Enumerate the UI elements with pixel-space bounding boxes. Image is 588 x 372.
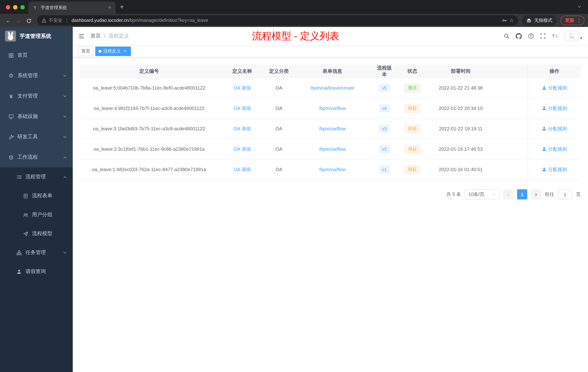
address-bar[interactable]: 不安全 | dashboard.yudao.iocoder.cn/bpm/man…	[37, 15, 518, 25]
deploy-time: 2022-01-16 01:40:51	[429, 159, 492, 179]
update-button[interactable]: 更新 ⋮	[560, 16, 584, 25]
sidebar-item-payment-manage[interactable]: ¥ 支付管理	[0, 86, 73, 106]
assign-rule-link[interactable]: 分配规则	[542, 166, 567, 173]
browser-tab[interactable]: 芋道管理系统 ×	[28, 1, 116, 14]
prev-page-button[interactable]: ‹	[503, 189, 514, 199]
tab-search-icon[interactable]	[574, 4, 585, 14]
form-link[interactable]: /bpm/oa/flow	[319, 126, 346, 131]
new-tab-button[interactable]: +	[116, 3, 128, 14]
maximize-window-button[interactable]	[20, 5, 25, 10]
hamburger-icon[interactable]	[79, 33, 85, 39]
assign-rule-link[interactable]: 分配规则	[542, 125, 567, 132]
font-size-icon[interactable]: TT	[552, 33, 559, 39]
sidebar-item-system-manage[interactable]: ⚙ 系统管理	[0, 66, 73, 86]
column-header: 操作	[528, 65, 581, 77]
version-tag: v4	[379, 104, 389, 112]
sidebar-item-user-group[interactable]: 用户分组	[0, 205, 73, 224]
browser-menu-icon[interactable]: ⋮	[577, 18, 581, 23]
close-tag-icon[interactable]: ×	[123, 49, 128, 54]
gear-icon: ⚙	[8, 73, 14, 79]
url-separator: |	[66, 18, 68, 23]
close-window-button[interactable]	[6, 5, 10, 10]
chevron-up-icon	[63, 155, 67, 159]
status-badge: 挂起	[404, 124, 420, 133]
back-button[interactable]: ←	[4, 17, 13, 23]
table-row: oa_leave:1:482ec033-762a-11ec-8477-a2380…	[80, 159, 581, 180]
sidebar-item-workflow[interactable]: 工作流程	[0, 147, 73, 167]
sidebar-item-devtools[interactable]: 研发工具	[0, 127, 73, 147]
sidebar-item-label: 研发工具	[17, 134, 38, 140]
page-annotation: 流程模型 - 定义列表	[252, 30, 339, 43]
password-key-icon[interactable]	[502, 18, 507, 23]
security-label[interactable]: 不安全	[49, 17, 62, 23]
payment-icon: ¥	[8, 93, 14, 99]
help-icon[interactable]	[528, 33, 534, 39]
definition-name-link[interactable]: OA 请假	[233, 85, 251, 91]
sidebar-item-home[interactable]: 首页	[0, 45, 73, 66]
breadcrumb-current: 流程定义	[109, 33, 129, 39]
form-link[interactable]: /bpm/oa/flow	[319, 146, 346, 152]
definition-name-link[interactable]: OA 请假	[233, 146, 251, 152]
sidebar-item-leave-query[interactable]: 请假查询	[0, 262, 73, 281]
deploy-time: 2022-01-22 20:34:10	[429, 98, 492, 118]
sidebar-item-label: 支付管理	[17, 93, 38, 99]
infrastructure-icon	[8, 113, 14, 120]
table-header: 定义编号 定义名称 定义分类 表单信息 流程版本 状态 部署时间 操作	[80, 65, 581, 78]
form-link[interactable]: /bpm/oa/flow	[319, 167, 346, 172]
form-link[interactable]: /bpm/oa/leave/create	[310, 85, 355, 91]
assign-rule-link[interactable]: 分配规则	[542, 146, 567, 152]
breadcrumb-home[interactable]: 首页	[91, 33, 101, 39]
user-icon	[542, 86, 546, 90]
sidebar-item-task-manage[interactable]: 任务管理	[0, 243, 73, 262]
navbar: 首页 / 流程定义 流程模型 - 定义列表	[73, 27, 588, 45]
tab-strip: 芋道管理系统 × +	[0, 0, 588, 14]
update-label: 更新	[565, 17, 574, 23]
chevron-down-icon	[63, 251, 67, 255]
definition-name-link[interactable]: OA 请假	[233, 105, 251, 111]
next-page-button[interactable]: ›	[531, 189, 541, 199]
definition-id: oa_leave:4:991f2193-7b7f-11ec-a3c8-acde4…	[80, 98, 218, 118]
warning-icon	[42, 18, 47, 23]
tag-home[interactable]: 首页	[78, 46, 94, 56]
forward-button[interactable]: →	[14, 17, 23, 23]
github-icon[interactable]	[516, 33, 522, 39]
assign-rule-link[interactable]: 分配规则	[542, 85, 567, 91]
minimize-window-button[interactable]	[13, 5, 17, 10]
definition-category: OA	[266, 78, 292, 98]
definition-name-link[interactable]: OA 请假	[233, 125, 251, 132]
sidebar-item-process-form[interactable]: 流程表单	[0, 186, 73, 205]
version-tag: v2	[379, 145, 389, 153]
breadcrumb-separator: /	[104, 33, 105, 39]
breadcrumb: 首页 / 流程定义	[91, 33, 129, 39]
caret-down-icon: ▾	[580, 36, 582, 41]
bookmark-star-icon[interactable]: ☆	[509, 17, 514, 23]
tag-process-definition[interactable]: 流程定义 ×	[95, 46, 131, 56]
goto-label: 前往	[545, 191, 554, 198]
sidebar-logo[interactable]: 芋道管理系统	[0, 27, 73, 45]
definition-table: 定义编号 定义名称 定义分类 表单信息 流程版本 状态 部署时间 操作 oa_l…	[80, 65, 581, 180]
form-link[interactable]: /bpm/oa/flow	[319, 106, 346, 111]
user-menu[interactable]: ▾	[565, 31, 582, 41]
sidebar-menu: 首页 ⚙ 系统管理 ¥ 支付管理 基础设施	[0, 45, 73, 167]
reload-button[interactable]	[24, 17, 33, 23]
deploy-time: 2022-01-22 21:48:38	[429, 78, 492, 98]
sidebar-item-infrastructure[interactable]: 基础设施	[0, 106, 73, 127]
fullscreen-icon[interactable]	[540, 33, 546, 39]
tags-view: 首页 流程定义 ×	[73, 45, 588, 57]
sidebar-item-label: 用户分组	[32, 211, 52, 218]
page-size-select[interactable]: 10条/页	[465, 189, 500, 199]
search-icon[interactable]	[504, 33, 510, 39]
version-tag: v1	[379, 166, 389, 173]
user-icon	[542, 126, 546, 131]
definition-id: oa_leave:3:1fad3d93-7b75-11ec-a3c8-acde4…	[80, 119, 218, 139]
current-page[interactable]: 1	[517, 189, 527, 199]
column-header: 定义名称	[218, 65, 266, 77]
definition-name-link[interactable]: OA 请假	[233, 166, 251, 173]
assign-rule-link[interactable]: 分配规则	[542, 105, 567, 111]
sidebar-item-process-model[interactable]: 流程模型	[0, 224, 73, 243]
dashboard-icon	[8, 52, 14, 58]
goto-page-input[interactable]	[558, 189, 572, 199]
incognito-badge: 无痕模式	[522, 15, 557, 25]
sidebar-item-process-manage[interactable]: 流程管理	[0, 167, 73, 186]
close-tab-icon[interactable]: ×	[107, 5, 113, 11]
